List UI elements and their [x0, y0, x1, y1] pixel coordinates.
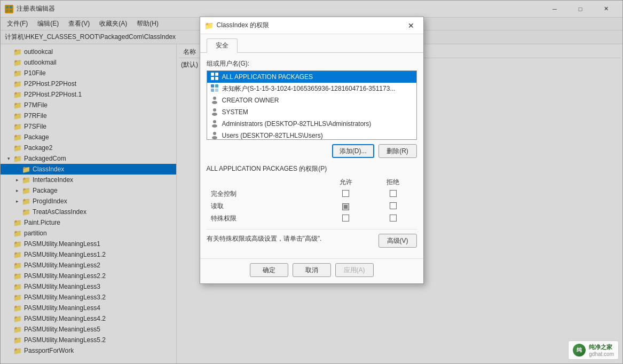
- permissions-dialog: 📁 ClassIndex 的权限 ✕ 安全 组或用户名(G): ALL APPL…: [200, 17, 424, 284]
- group-users-label: 组或用户名(G):: [207, 59, 417, 68]
- app-package-icon: [210, 84, 219, 94]
- permissions-table: 允许 拒绝 完全控制读取特殊权限: [207, 177, 417, 225]
- svg-point-13: [212, 101, 217, 104]
- app-package-icon: [210, 72, 219, 82]
- svg-point-17: [212, 124, 217, 128]
- apply-button[interactable]: 应用(A): [335, 263, 374, 277]
- permission-row: 完全控制: [207, 188, 417, 200]
- special-note: 有关特殊权限或高级设置，请单击"高级".: [207, 234, 322, 243]
- user-icon: [210, 96, 219, 106]
- svg-rect-9: [215, 84, 218, 88]
- permission-row: 读取: [207, 200, 417, 212]
- user-list-item[interactable]: CREATOR OWNER: [207, 94, 416, 106]
- deny-checkbox[interactable]: [390, 190, 397, 197]
- user-list-item[interactable]: 未知帐户(S-1-15-3-1024-1065365936-1281604716…: [207, 83, 416, 94]
- allow-checkbox[interactable]: [342, 190, 349, 197]
- user-icon: [210, 119, 219, 129]
- svg-point-12: [213, 97, 216, 100]
- svg-rect-10: [211, 89, 214, 92]
- user-list-item[interactable]: ALL APPLICATION PACKAGES: [207, 71, 416, 83]
- add-remove-row: 添加(D)... 删除(R): [207, 144, 417, 158]
- permission-row: 特殊权限: [207, 212, 417, 225]
- dialog-overlay: 📁 ClassIndex 的权限 ✕ 安全 组或用户名(G): ALL APPL…: [1, 1, 622, 363]
- user-icon: [210, 107, 219, 117]
- svg-rect-7: [215, 77, 218, 80]
- remove-button[interactable]: 删除(R): [378, 144, 417, 158]
- dialog-tabs: 安全: [200, 34, 423, 53]
- dialog-content: 组或用户名(G): ALL APPLICATION PACKAGES未知帐户(S…: [200, 53, 423, 258]
- svg-point-16: [213, 120, 216, 123]
- add-button[interactable]: 添加(D)...: [332, 144, 374, 158]
- svg-rect-6: [211, 77, 214, 80]
- svg-point-14: [213, 108, 216, 112]
- user-list[interactable]: ALL APPLICATION PACKAGES未知帐户(S-1-15-3-10…: [207, 70, 417, 140]
- main-window: 注册表编辑器 ─ □ ✕ 文件(F) 编辑(E) 查看(V) 收藏夹(A) 帮助…: [0, 0, 623, 364]
- allow-checkbox[interactable]: [342, 203, 349, 210]
- user-icon: [210, 131, 219, 140]
- svg-point-18: [213, 132, 216, 135]
- allow-checkbox[interactable]: [342, 215, 349, 221]
- perm-separator: [207, 229, 417, 230]
- dialog-folder-icon: 📁: [204, 21, 214, 30]
- dialog-title-bar: 📁 ClassIndex 的权限 ✕: [200, 17, 423, 34]
- svg-point-19: [212, 136, 217, 139]
- cancel-button[interactable]: 取消: [293, 263, 331, 277]
- svg-point-15: [212, 113, 217, 116]
- deny-checkbox[interactable]: [390, 202, 397, 209]
- dialog-footer: 确定 取消 应用(A): [200, 258, 423, 283]
- col-allow: 允许: [322, 177, 369, 188]
- advanced-button[interactable]: 高级(V): [378, 234, 417, 248]
- deny-checkbox[interactable]: [390, 215, 397, 221]
- watermark-logo: 纯: [573, 344, 586, 357]
- perm-label: ALL APPLICATION PACKAGES 的权限(P): [207, 164, 417, 173]
- svg-rect-8: [211, 84, 214, 88]
- tab-security[interactable]: 安全: [207, 38, 238, 53]
- user-list-item[interactable]: Administrators (DESKTOP-82TLHLS\Administ…: [207, 118, 416, 130]
- watermark-text: 纯净之家: [589, 343, 614, 351]
- dialog-title-left: 📁 ClassIndex 的权限: [204, 21, 270, 30]
- user-list-item[interactable]: Users (DESKTOP-82TLHLS\Users): [207, 130, 416, 140]
- col-deny: 拒绝: [369, 177, 417, 188]
- svg-rect-4: [211, 73, 214, 76]
- watermark-subtext: gdhat.com: [589, 351, 614, 357]
- svg-rect-5: [215, 73, 218, 76]
- dialog-close-button[interactable]: ✕: [403, 19, 419, 33]
- user-list-item[interactable]: SYSTEM: [207, 106, 416, 118]
- dialog-title-text: ClassIndex 的权限: [217, 21, 270, 30]
- confirm-button[interactable]: 确定: [250, 263, 288, 277]
- watermark: 纯 纯净之家 gdhat.com: [568, 341, 619, 360]
- svg-rect-11: [215, 89, 218, 92]
